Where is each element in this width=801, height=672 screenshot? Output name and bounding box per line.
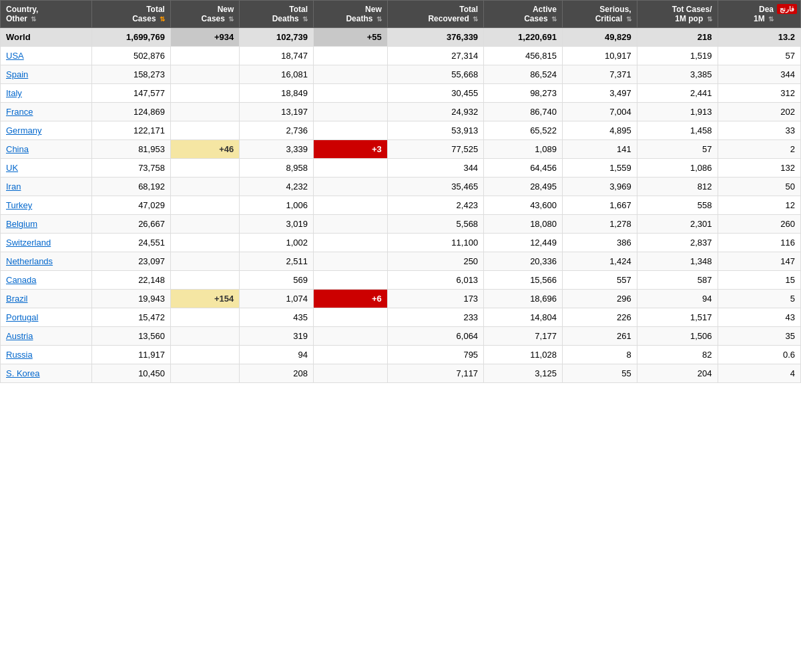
cell-deaths-per-1m: 35 [718, 327, 800, 346]
cell-new-cases [170, 178, 239, 196]
cell-new-cases [170, 346, 239, 364]
cell-country[interactable]: Switzerland [1, 234, 92, 252]
cell-country[interactable]: Spain [1, 65, 92, 84]
cell-country[interactable]: Turkey [1, 196, 92, 215]
cell-active-cases: 12,449 [484, 234, 563, 252]
cell-serious-critical: 4,895 [562, 121, 637, 140]
cell-active-cases: 86,524 [484, 65, 563, 84]
col-header-deaths-per-1m[interactable]: Dea1M ⇅ فارنج [718, 1, 800, 28]
cell-deaths-per-1m: 15 [718, 271, 800, 290]
sort-icon-new-deaths: ⇅ [376, 15, 382, 23]
col-header-new-deaths[interactable]: NewDeaths ⇅ [314, 1, 388, 28]
country-link[interactable]: France [6, 107, 33, 117]
cell-serious-critical: 8 [562, 346, 637, 364]
table-row: Brazil 19,943 +154 1,074 +6 173 18,696 2… [1, 290, 801, 308]
cell-total-recovered: 233 [387, 308, 483, 327]
cell-total-deaths: 1,006 [240, 196, 314, 215]
cell-country[interactable]: Belgium [1, 215, 92, 234]
country-link[interactable]: Turkey [6, 200, 32, 210]
country-link[interactable]: Germany [6, 125, 41, 135]
cell-new-deaths [314, 252, 388, 271]
cell-deaths-per-1m: 5 [718, 290, 800, 308]
country-link[interactable]: Switzerland [6, 238, 51, 248]
cell-country[interactable]: France [1, 103, 92, 121]
cell-tot-cases-per-1m: 2,837 [637, 234, 718, 252]
col-header-country[interactable]: Country,Other ⇅ [1, 1, 92, 28]
table-row: UK 73,758 8,958 344 64,456 1,559 1,086 1… [1, 159, 801, 178]
cell-new-cases [170, 47, 239, 65]
cell-new-deaths [314, 65, 388, 84]
cell-country[interactable]: Iran [1, 178, 92, 196]
col-header-new-cases[interactable]: NewCases ⇅ [170, 1, 239, 28]
cell-country[interactable]: Portugal [1, 308, 92, 327]
cell-new-cases [170, 159, 239, 178]
cell-country[interactable]: Italy [1, 84, 92, 103]
cell-active-cases: 86,740 [484, 103, 563, 121]
table-row: Portugal 15,472 435 233 14,804 226 1,517… [1, 308, 801, 327]
cell-country[interactable]: Canada [1, 271, 92, 290]
cell-serious-critical: 1,278 [562, 215, 637, 234]
cell-country[interactable]: Germany [1, 121, 92, 140]
cell-new-cases [170, 65, 239, 84]
country-link[interactable]: Belgium [6, 219, 37, 229]
country-link[interactable]: UK [6, 163, 18, 173]
cell-new-deaths [314, 84, 388, 103]
cell-new-deaths [314, 364, 388, 383]
country-link[interactable]: Spain [6, 69, 28, 79]
cell-serious-critical: 3,497 [562, 84, 637, 103]
cell-country[interactable]: Austria [1, 327, 92, 346]
cell-country[interactable]: USA [1, 47, 92, 65]
cell-country[interactable]: Brazil [1, 290, 92, 308]
cell-country[interactable]: China [1, 140, 92, 159]
cell-country[interactable]: S. Korea [1, 364, 92, 383]
country-link[interactable]: Italy [6, 88, 22, 98]
cell-serious-critical: 296 [562, 290, 637, 308]
world-active-cases: 1,220,691 [484, 28, 563, 47]
country-link[interactable]: China [6, 144, 29, 154]
country-link[interactable]: Netherlands [6, 256, 53, 266]
cell-serious-critical: 226 [562, 308, 637, 327]
cell-total-recovered: 24,932 [387, 103, 483, 121]
cell-total-deaths: 3,339 [240, 140, 314, 159]
country-link[interactable]: Austria [6, 331, 33, 341]
cell-country[interactable]: Russia [1, 346, 92, 364]
col-header-total-cases[interactable]: TotalCases ⇅ [92, 1, 171, 28]
cell-serious-critical: 7,004 [562, 103, 637, 121]
cell-total-recovered: 55,668 [387, 65, 483, 84]
cell-country[interactable]: UK [1, 159, 92, 178]
cell-total-deaths: 4,232 [240, 178, 314, 196]
cell-active-cases: 456,815 [484, 47, 563, 65]
country-link[interactable]: Portugal [6, 312, 38, 322]
sort-icon-country: ⇅ [31, 15, 36, 23]
country-link[interactable]: Canada [6, 275, 37, 285]
country-link[interactable]: Brazil [6, 294, 28, 304]
cell-deaths-per-1m: 12 [718, 196, 800, 215]
table-row: USA 502,876 18,747 27,314 456,815 10,917… [1, 47, 801, 65]
cell-active-cases: 3,125 [484, 364, 563, 383]
cell-new-deaths [314, 271, 388, 290]
col-header-total-recovered[interactable]: TotalRecovered ⇅ [387, 1, 483, 28]
col-header-total-deaths[interactable]: TotalDeaths ⇅ [240, 1, 314, 28]
cell-new-deaths [314, 178, 388, 196]
col-header-active-cases[interactable]: ActiveCases ⇅ [484, 1, 563, 28]
cell-total-recovered: 11,100 [387, 234, 483, 252]
cell-tot-cases-per-1m: 1,086 [637, 159, 718, 178]
cell-serious-critical: 386 [562, 234, 637, 252]
col-header-serious-critical[interactable]: Serious,Critical ⇅ [562, 1, 637, 28]
country-link[interactable]: Iran [6, 182, 21, 192]
country-link[interactable]: USA [6, 51, 24, 61]
cell-total-cases: 73,758 [92, 159, 171, 178]
site-logo: فارنج [777, 4, 797, 14]
col-header-tot-cases-per-1m[interactable]: Tot Cases/1M pop ⇅ [637, 1, 718, 28]
country-link[interactable]: Russia [6, 350, 33, 360]
cell-tot-cases-per-1m: 82 [637, 346, 718, 364]
cell-tot-cases-per-1m: 587 [637, 271, 718, 290]
cell-total-deaths: 13,197 [240, 103, 314, 121]
cell-tot-cases-per-1m: 1,348 [637, 252, 718, 271]
world-row: World 1,699,769 +934 102,739 +55 376,339… [1, 28, 801, 47]
world-deaths-per-1m: 13.2 [718, 28, 800, 47]
cell-tot-cases-per-1m: 1,458 [637, 121, 718, 140]
cell-country[interactable]: Netherlands [1, 252, 92, 271]
country-link[interactable]: S. Korea [6, 368, 40, 378]
cell-new-cases [170, 308, 239, 327]
